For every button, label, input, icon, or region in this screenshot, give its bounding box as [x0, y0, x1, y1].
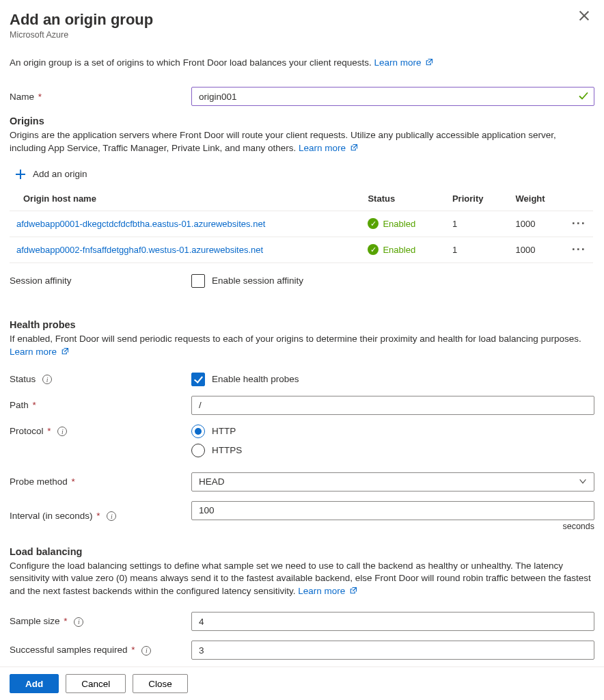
protocol-label-text: Protocol [10, 426, 44, 436]
probe-method-label-text: Probe method [10, 476, 68, 487]
protocol-https-label: HTTPS [212, 445, 242, 455]
learn-more-intro[interactable]: Learn more [374, 57, 434, 68]
required-asterisk: * [64, 616, 67, 626]
row-menu-icon[interactable]: ··· [572, 243, 586, 256]
probe-method-label: Probe method * [10, 476, 191, 487]
origin-host-link[interactable]: afdwebapp0001-dkegctdcfdcfbtha.eastus-01… [16, 219, 265, 229]
origins-desc-text: Origins are the application servers wher… [10, 130, 556, 153]
learn-more-origins[interactable]: Learn more [299, 143, 358, 153]
learn-more-label: Learn more [299, 143, 346, 153]
external-link-icon [425, 58, 433, 66]
cancel-button[interactable]: Cancel [66, 674, 126, 693]
interval-input[interactable] [191, 501, 594, 520]
status-text: Enabled [383, 245, 415, 255]
load-balancing-desc: Configure the load balancing settings to… [10, 560, 594, 599]
protocol-https-radio[interactable] [191, 444, 205, 457]
weight-cell: 1000 [509, 237, 565, 262]
footer: Add Cancel Close [0, 667, 604, 700]
learn-more-health[interactable]: Learn more [10, 347, 69, 357]
sample-size-label: Sample size * i [10, 616, 191, 627]
success-samples-label-text: Successful samples required [10, 645, 128, 655]
success-samples-input[interactable] [191, 641, 594, 660]
learn-more-label: Learn more [10, 347, 57, 357]
session-affinity-checkbox-label: Enable session affinity [212, 275, 303, 286]
intro-copy: An origin group is a set of origins to w… [10, 57, 374, 68]
table-row: afdwebapp0002-fnfsaffdetgghaf0.westus-01… [10, 237, 593, 262]
enable-health-probes-label: Enable health probes [212, 374, 299, 384]
origins-heading: Origins [10, 116, 594, 126]
add-origin-button[interactable]: Add an origin [10, 162, 593, 187]
protocol-label: Protocol * i [10, 425, 191, 437]
name-input[interactable] [191, 87, 594, 106]
required-asterisk: * [33, 400, 36, 410]
status-label-text: Status [10, 374, 36, 384]
info-icon[interactable]: i [42, 375, 52, 384]
check-icon [578, 90, 589, 104]
info-icon[interactable]: i [141, 646, 151, 656]
session-affinity-checkbox[interactable] [191, 274, 205, 288]
required-asterisk: * [131, 645, 135, 655]
health-probes-desc: If enabled, Front Door will send periodi… [10, 333, 594, 359]
status-badge: ✓ Enabled [368, 244, 438, 255]
col-host: Origin host name [10, 187, 361, 211]
status-text: Enabled [383, 219, 415, 229]
required-asterisk: * [96, 511, 100, 521]
external-link-icon [61, 347, 69, 355]
name-label-text: Name [10, 92, 34, 102]
learn-more-label: Learn more [374, 57, 422, 68]
add-button[interactable]: Add [10, 674, 59, 693]
table-row: afdwebapp0001-dkegctdcfdcfbtha.eastus-01… [10, 211, 593, 237]
add-origin-label: Add an origin [33, 169, 87, 179]
origins-header-row: Origin host name Status Priority Weight [10, 187, 593, 211]
required-asterisk: * [47, 426, 51, 436]
col-priority: Priority [445, 187, 509, 211]
info-icon[interactable]: i [57, 427, 67, 436]
load-balancing-heading: Load balancing [10, 546, 594, 557]
probe-method-select[interactable] [191, 472, 594, 492]
seconds-hint: seconds [191, 522, 594, 531]
interval-label-text: Interval (in seconds) [10, 511, 93, 521]
learn-more-label: Learn more [298, 586, 345, 596]
protocol-http-radio[interactable] [191, 425, 205, 438]
info-icon[interactable]: i [107, 511, 116, 521]
success-samples-label: Successful samples required * i [10, 645, 191, 656]
path-label: Path * [10, 400, 191, 410]
close-icon[interactable] [578, 10, 590, 22]
learn-more-lb[interactable]: Learn more [298, 586, 357, 596]
col-weight: Weight [509, 187, 565, 211]
path-label-text: Path [10, 400, 29, 410]
success-icon: ✓ [368, 218, 379, 229]
enable-health-probes-checkbox[interactable] [191, 373, 205, 386]
sample-size-input[interactable] [191, 612, 594, 631]
health-probes-desc-text: If enabled, Front Door will send periodi… [10, 334, 581, 344]
success-icon: ✓ [368, 244, 379, 255]
row-menu-icon[interactable]: ··· [572, 217, 586, 230]
required-asterisk: * [72, 476, 75, 487]
interval-label: Interval (in seconds) * i [10, 511, 191, 522]
weight-cell: 1000 [509, 211, 565, 237]
protocol-http-label: HTTP [212, 426, 236, 436]
sample-size-label-text: Sample size [10, 616, 60, 626]
priority-cell: 1 [445, 237, 509, 262]
required-asterisk: * [38, 92, 42, 102]
status-badge: ✓ Enabled [368, 218, 438, 229]
external-link-icon [349, 586, 357, 594]
page-title: Add an origin group [10, 11, 594, 29]
health-probes-heading: Health probes [10, 319, 594, 330]
origins-desc: Origins are the application servers wher… [10, 129, 594, 155]
origin-host-link[interactable]: afdwebapp0002-fnfsaffdetgghaf0.westus-01… [16, 245, 263, 255]
priority-cell: 1 [445, 211, 509, 237]
session-affinity-label: Session affinity [10, 275, 191, 286]
intro-text: An origin group is a set of origins to w… [10, 57, 594, 68]
plus-icon [15, 169, 26, 180]
status-label: Status i [10, 374, 191, 385]
info-icon[interactable]: i [74, 617, 83, 627]
page-subtitle: Microsoft Azure [10, 30, 594, 40]
col-status: Status [361, 187, 445, 211]
path-input[interactable] [191, 396, 594, 415]
close-button[interactable]: Close [133, 674, 188, 693]
external-link-icon [350, 143, 358, 151]
name-label: Name * [10, 92, 191, 102]
